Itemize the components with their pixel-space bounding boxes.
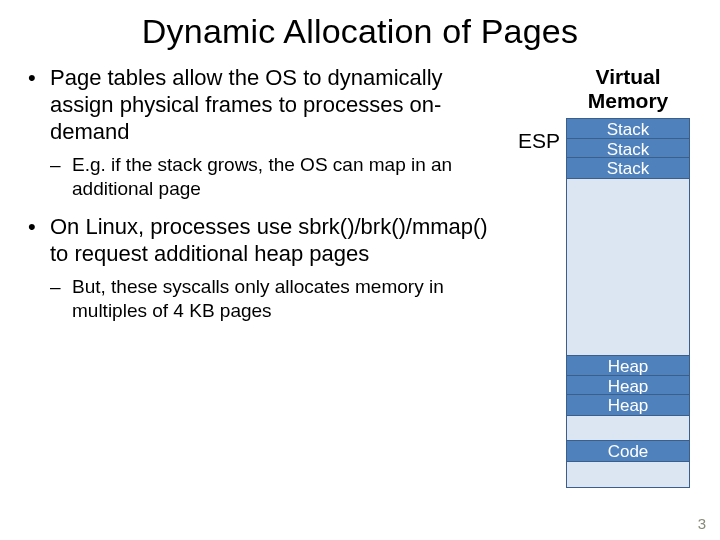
bullet-2-text: On Linux, processes use sbrk()/brk()/mma… — [50, 214, 488, 266]
page-number: 3 — [698, 515, 706, 532]
bullet-1: Page tables allow the OS to dynamically … — [28, 65, 492, 200]
bullet-2-sub-1: But, these syscalls only allocates memor… — [50, 275, 492, 321]
slide-title: Dynamic Allocation of Pages — [0, 0, 720, 57]
memory-gap-small — [567, 415, 689, 441]
bullet-1-text: Page tables allow the OS to dynamically … — [50, 65, 443, 144]
vm-heading-line2: Memory — [588, 89, 669, 112]
code-segment: Code — [566, 440, 690, 462]
diagram-column: Virtual Memory ESP Stack Stack Stack Hea… — [500, 65, 710, 488]
vm-heading: Virtual Memory — [566, 65, 690, 112]
stack-segment: Stack — [566, 157, 690, 179]
virtual-memory-box: Stack Stack Stack Heap Heap Heap Code — [566, 118, 690, 488]
bullet-column: Page tables allow the OS to dynamically … — [0, 65, 500, 488]
memory-gap — [567, 178, 689, 356]
esp-label: ESP — [518, 129, 560, 153]
memory-gap-small — [567, 461, 689, 487]
slide-body: Page tables allow the OS to dynamically … — [0, 57, 720, 488]
vm-heading-line1: Virtual — [596, 65, 661, 88]
bullet-2: On Linux, processes use sbrk()/brk()/mma… — [28, 214, 492, 322]
bullet-1-sub-1: E.g. if the stack grows, the OS can map … — [50, 153, 492, 199]
heap-segment: Heap — [566, 394, 690, 416]
